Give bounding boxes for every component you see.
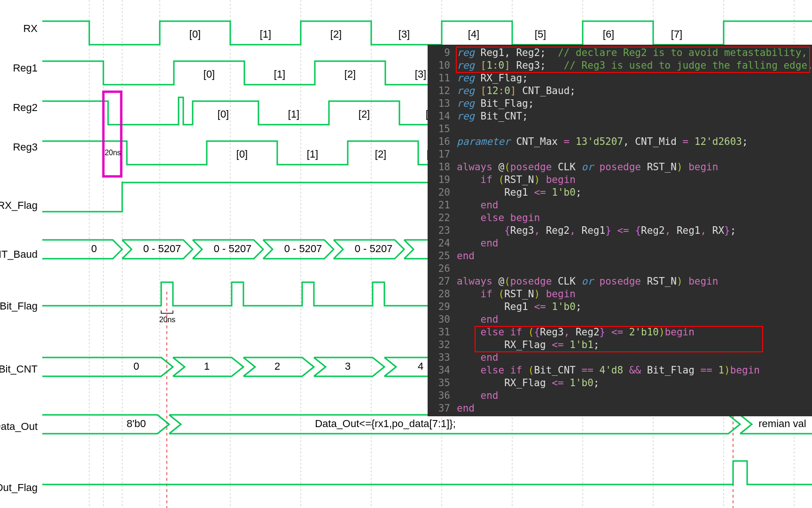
svg-text:1: 1: [204, 360, 210, 372]
svg-text:[2]: [2]: [359, 108, 370, 120]
rx-bit2: [2]: [330, 28, 342, 40]
svg-text:0 - 5207: 0 - 5207: [214, 243, 252, 254]
label-cntbaud: CNT_Baud: [0, 248, 38, 261]
svg-text:2: 2: [274, 360, 280, 372]
svg-text:0: 0: [91, 243, 97, 254]
svg-text:8'b0: 8'b0: [127, 418, 146, 429]
label-bitflag: Bit_Flag: [0, 300, 38, 312]
bit-cnt-bus: 0 1 2 3 4: [42, 357, 428, 376]
svg-text:[3]: [3]: [415, 68, 426, 80]
svg-text:[1]: [1]: [307, 148, 318, 160]
svg-text:[0]: [0]: [236, 148, 248, 160]
svg-text:[0]: [0]: [218, 108, 229, 120]
label-rxflag: RX_Flag: [0, 199, 38, 212]
label-outflag: Out_Flag: [0, 482, 38, 494]
svg-text:0 - 5207: 0 - 5207: [284, 243, 322, 254]
svg-text:3: 3: [345, 360, 351, 372]
svg-text:remian val: remian val: [758, 418, 806, 429]
label-bitcnt: Bit_CNT: [0, 363, 38, 375]
code-editor[interactable]: 9101112131415161718192021222324252627282…: [428, 45, 812, 416]
svg-text:4: 4: [418, 360, 423, 372]
svg-text:[2]: [2]: [375, 148, 386, 160]
delay-20ns-bottom: 20ns: [159, 316, 176, 324]
svg-text:[1]: [1]: [288, 108, 299, 120]
rx-bit3: [3]: [398, 28, 410, 40]
label-reg3: Reg3: [0, 141, 38, 153]
svg-text:0 - 5207: 0 - 5207: [143, 243, 181, 254]
data-out-bus: 8'b0 Data_Out<={rx1,po_data[7:1]}; remia…: [42, 415, 812, 434]
svg-text:[2]: [2]: [344, 68, 356, 80]
rx-bit1: [1]: [260, 28, 271, 40]
svg-text:Data_Out<={rx1,po_data[7:1]};: Data_Out<={rx1,po_data[7:1]};: [315, 418, 456, 429]
label-reg1: Reg1: [0, 62, 38, 74]
rx-bit6: [6]: [603, 28, 614, 40]
svg-text:0: 0: [133, 360, 139, 372]
code-body: reg Reg1, Reg2; // declare Reg2 is to av…: [457, 47, 811, 415]
svg-text:[0]: [0]: [203, 68, 215, 80]
delay-20ns-top: 20ns: [105, 149, 121, 157]
svg-text:[1]: [1]: [274, 68, 285, 80]
label-reg2: Reg2: [0, 102, 38, 114]
rx-bit5: [5]: [535, 28, 546, 40]
rx-bit0: [0]: [189, 28, 201, 40]
label-dataout: Data_Out: [0, 421, 38, 433]
svg-text:0 - 5207: 0 - 5207: [355, 243, 393, 254]
rx-bit4: [4]: [468, 28, 479, 40]
label-rx: RX: [0, 23, 38, 35]
line-numbers: 9101112131415161718192021222324252627282…: [428, 47, 456, 415]
rx-bit7: [7]: [671, 28, 682, 40]
metastability-highlight: [103, 92, 121, 176]
